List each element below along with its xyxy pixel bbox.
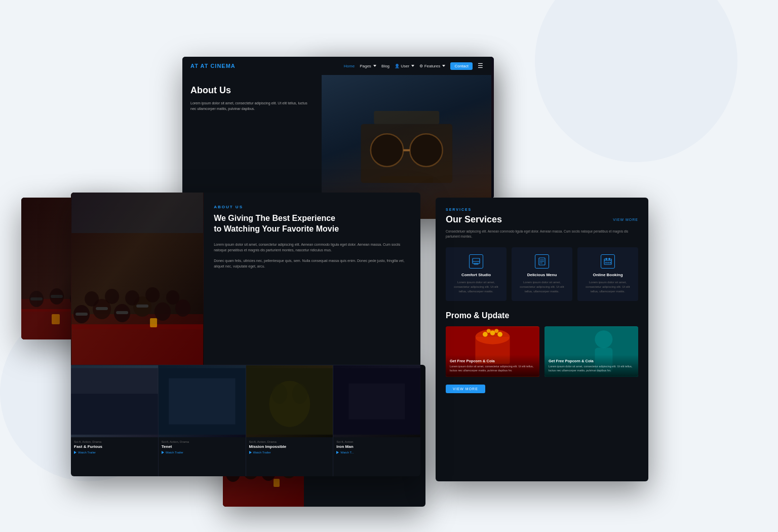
- svg-rect-1: [374, 111, 439, 124]
- movie-info-1: Sci-fi, Action, Drama Fast & Furious Wat…: [71, 437, 158, 457]
- service-name-booking: Online Booking: [582, 273, 633, 277]
- svg-point-40: [166, 290, 179, 305]
- movie-grid: Sci-fi, Action, Drama Fast & Furious Wat…: [71, 365, 420, 476]
- card-services: SERVICES Our Services VIEW MORE Consecte…: [436, 198, 648, 481]
- service-card-comfort: Comfort Studio Lorem ipsum dolor sit ame…: [446, 247, 507, 301]
- nav-features[interactable]: ⚙ Features: [419, 64, 445, 68]
- play-icon-2: [162, 451, 164, 454]
- watch-trailer-2[interactable]: Watch Trailer: [162, 451, 243, 454]
- main-scene: AT AT CINEMA Home Pages Blog 👤 User ⚙ Fe…: [0, 0, 778, 532]
- services-header: Our Services VIEW MORE: [446, 214, 638, 225]
- svg-rect-42: [71, 394, 158, 435]
- contact-button[interactable]: Contact: [450, 62, 473, 70]
- navbar-logo: AT AT CINEMA: [190, 63, 236, 69]
- svg-point-38: [125, 290, 139, 306]
- svg-rect-31: [75, 313, 88, 316]
- nav-blog[interactable]: Blog: [381, 64, 390, 68]
- watch-trailer-3[interactable]: Watch Trailer: [249, 451, 330, 454]
- svg-point-74: [595, 330, 612, 348]
- svg-rect-62: [605, 262, 607, 263]
- movie-item-3: Sci-fi, Action, Drama Mission Impossible…: [246, 365, 334, 476]
- movie-title-4: Iron Man: [336, 444, 417, 449]
- watch-trailer-4[interactable]: Watch T...: [336, 451, 417, 454]
- promo-overlay-1: Get Free Popcorn & Cola Lorem ipsum dolo…: [446, 355, 539, 376]
- movie-item-4: Sci-fi, Action Iron Man Watch T...: [333, 365, 420, 476]
- promo-card-1: Get Free Popcorn & Cola Lorem ipsum dolo…: [446, 326, 539, 377]
- promo-text-1: Lorem ipsum dolor sit amet, consectetur …: [450, 365, 535, 372]
- svg-rect-58: [604, 259, 611, 264]
- svg-point-68: [483, 332, 488, 337]
- cinema-audience-section: [71, 193, 204, 365]
- svg-rect-61: [609, 258, 610, 260]
- nav-user[interactable]: 👤 User: [395, 64, 414, 68]
- menu-icon[interactable]: ☰: [478, 62, 483, 69]
- svg-rect-32: [96, 307, 108, 310]
- service-name-menu: Delicious Menu: [517, 273, 567, 277]
- svg-point-3: [410, 134, 443, 167]
- service-name-comfort: Comfort Studio: [451, 273, 501, 277]
- svg-rect-35: [150, 318, 157, 327]
- svg-rect-50: [349, 384, 405, 420]
- services-label: SERVICES: [446, 208, 638, 211]
- svg-rect-34: [136, 305, 148, 308]
- svg-rect-52: [474, 263, 478, 264]
- movie-genre-1: Sci-fi, Action, Drama: [74, 440, 155, 443]
- service-card-booking: Online Booking Lorem ipsum dolor sit ame…: [577, 247, 638, 301]
- svg-point-71: [487, 329, 491, 333]
- svg-rect-17: [52, 314, 60, 324]
- movie-thumb-fast-furious: [71, 365, 158, 437]
- service-cards-container: Comfort Studio Lorem ipsum dolor sit ame…: [446, 247, 638, 301]
- about-label: ABOUT US: [214, 205, 410, 209]
- bg-blob-top-right: [535, 0, 737, 162]
- service-card-menu: Delicious Menu Lorem ipsum dolor sit ame…: [512, 247, 572, 301]
- main-heading: We Giving The Best Experience to Watchin…: [214, 213, 410, 235]
- movie-thumb-tenet: [159, 365, 246, 437]
- svg-point-36: [85, 291, 99, 307]
- promo-title-1: Get Free Popcorn & Cola: [450, 359, 535, 363]
- movie-title-2: Tenet: [162, 444, 243, 449]
- svg-rect-44: [169, 378, 235, 425]
- movie-thumb-iron-man: [333, 365, 420, 437]
- navbar-nav: Home Pages Blog 👤 User ⚙ Features Contac…: [344, 62, 483, 70]
- promo-title: Promo & Update: [446, 311, 638, 320]
- movie-thumb-mission: [246, 365, 333, 437]
- play-icon-3: [249, 451, 252, 454]
- play-icon-1: [74, 451, 76, 454]
- watch-trailer-1[interactable]: Watch Trailer: [74, 451, 155, 454]
- svg-rect-64: [609, 262, 611, 263]
- service-text-menu: Lorem ipsum dolor sit amet, consectetur …: [517, 280, 567, 294]
- about-info-section: ABOUT US We Giving The Best Experience t…: [204, 193, 420, 365]
- svg-rect-19: [51, 295, 63, 298]
- svg-point-72: [494, 329, 498, 333]
- movie-info-4: Sci-fi, Action Iron Man Watch T...: [333, 437, 420, 457]
- services-title: Our Services: [446, 214, 502, 225]
- movie-genre-3: Sci-fi, Action, Drama: [249, 440, 330, 443]
- main-paragraph-1: Lorem ipsum dolor sit amet, consectetur …: [214, 242, 410, 253]
- svg-point-47: [271, 384, 287, 404]
- about-heading: About Us: [190, 85, 314, 96]
- svg-rect-63: [607, 262, 609, 263]
- svg-rect-86: [274, 479, 280, 487]
- view-more-link[interactable]: VIEW MORE: [613, 218, 638, 221]
- movie-genre-2: Sci-fi, Action, Drama: [162, 440, 243, 443]
- nav-pages[interactable]: Pages: [360, 64, 376, 68]
- nav-home[interactable]: Home: [344, 64, 355, 68]
- play-icon-4: [336, 451, 339, 454]
- navbar: AT AT CINEMA Home Pages Blog 👤 User ⚙ Fe…: [182, 57, 491, 75]
- about-description: Lorem ipsum dolor sit amet, consectetur …: [190, 101, 314, 111]
- movie-title-1: Fast & Furious: [74, 444, 155, 449]
- promo-text-2: Lorem ipsum dolor sit amet, consectetur …: [549, 365, 634, 372]
- movie-item-2: Sci-fi, Action, Drama Tenet Watch Traile…: [159, 365, 246, 476]
- promo-title-2: Get Free Popcorn & Cola: [549, 359, 634, 363]
- service-text-booking: Lorem ipsum dolor sit amet, consectetur …: [582, 280, 633, 294]
- svg-rect-60: [606, 258, 607, 260]
- promo-card-2: Get Free Popcorn & Cola Lorem ipsum dolo…: [544, 326, 638, 377]
- svg-point-2: [370, 134, 403, 167]
- movie-title-3: Mission Impossible: [249, 444, 330, 449]
- svg-point-48: [292, 384, 307, 404]
- services-description: Consectetuer adipiscing elit. Aenean com…: [446, 229, 638, 239]
- movie-item-1: Sci-fi, Action, Drama Fast & Furious Wat…: [71, 365, 159, 476]
- view-more-button[interactable]: VIEW MORE: [446, 385, 485, 393]
- promo-cards-container: Get Free Popcorn & Cola Lorem ipsum dolo…: [446, 326, 638, 377]
- movie-genre-4: Sci-fi, Action: [336, 440, 417, 443]
